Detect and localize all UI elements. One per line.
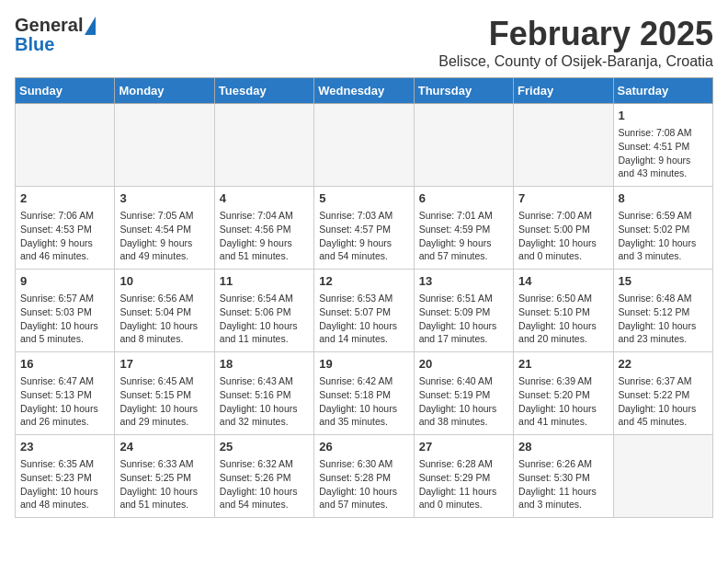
- day-number: 24: [119, 439, 209, 455]
- day-info: Sunrise: 7:06 AM Sunset: 4:53 PM Dayligh…: [20, 209, 109, 263]
- page-header: General Blue February 2025 Belisce, Coun…: [15, 15, 713, 70]
- calendar-cell: 2Sunrise: 7:06 AM Sunset: 4:53 PM Daylig…: [16, 187, 115, 270]
- calendar-cell: [514, 104, 613, 187]
- day-number: 11: [220, 273, 309, 290]
- calendar-week-row: 23Sunrise: 6:35 AM Sunset: 5:23 PM Dayli…: [16, 435, 713, 518]
- day-info: Sunrise: 6:51 AM Sunset: 5:09 PM Dayligh…: [419, 292, 508, 346]
- calendar-cell: 27Sunrise: 6:28 AM Sunset: 5:29 PM Dayli…: [414, 435, 513, 518]
- calendar-cell: 17Sunrise: 6:45 AM Sunset: 5:15 PM Dayli…: [115, 352, 214, 435]
- calendar-cell: 11Sunrise: 6:54 AM Sunset: 5:06 PM Dayli…: [214, 270, 313, 352]
- day-info: Sunrise: 6:50 AM Sunset: 5:10 PM Dayligh…: [518, 292, 608, 346]
- calendar-cell: 9Sunrise: 6:57 AM Sunset: 5:03 PM Daylig…: [16, 270, 115, 352]
- calendar-cell: 20Sunrise: 6:40 AM Sunset: 5:19 PM Dayli…: [414, 352, 513, 435]
- day-info: Sunrise: 7:08 AM Sunset: 4:51 PM Dayligh…: [619, 126, 708, 180]
- day-info: Sunrise: 6:40 AM Sunset: 5:19 PM Dayligh…: [419, 374, 508, 429]
- weekday-header: Friday: [514, 78, 613, 104]
- logo-blue-text: Blue: [15, 34, 54, 55]
- day-info: Sunrise: 6:45 AM Sunset: 5:15 PM Dayligh…: [119, 374, 209, 429]
- day-number: 4: [220, 190, 309, 207]
- day-number: 7: [518, 190, 608, 207]
- day-number: 21: [518, 356, 608, 373]
- calendar-cell: 24Sunrise: 6:33 AM Sunset: 5:25 PM Dayli…: [115, 435, 214, 518]
- calendar-cell: 23Sunrise: 6:35 AM Sunset: 5:23 PM Dayli…: [16, 435, 115, 518]
- day-number: 2: [20, 190, 109, 207]
- day-number: 15: [619, 273, 708, 290]
- calendar-cell: [115, 104, 214, 187]
- calendar-cell: 14Sunrise: 6:50 AM Sunset: 5:10 PM Dayli…: [514, 270, 613, 352]
- weekday-header: Saturday: [613, 78, 712, 104]
- logo-general-text: General: [15, 15, 83, 36]
- calendar-cell: 26Sunrise: 6:30 AM Sunset: 5:28 PM Dayli…: [314, 435, 414, 518]
- calendar-cell: 18Sunrise: 6:43 AM Sunset: 5:16 PM Dayli…: [214, 352, 313, 435]
- day-info: Sunrise: 6:53 AM Sunset: 5:07 PM Dayligh…: [319, 292, 408, 346]
- day-info: Sunrise: 6:56 AM Sunset: 5:04 PM Dayligh…: [119, 292, 209, 346]
- calendar-cell: 5Sunrise: 7:03 AM Sunset: 4:57 PM Daylig…: [314, 187, 414, 270]
- weekday-header: Tuesday: [214, 78, 313, 104]
- calendar-week-row: 1Sunrise: 7:08 AM Sunset: 4:51 PM Daylig…: [16, 104, 713, 187]
- day-info: Sunrise: 6:54 AM Sunset: 5:06 PM Dayligh…: [220, 292, 309, 346]
- calendar-cell: 16Sunrise: 6:47 AM Sunset: 5:13 PM Dayli…: [16, 352, 115, 435]
- day-number: 16: [20, 356, 109, 373]
- day-number: 19: [319, 356, 408, 373]
- day-number: 25: [220, 439, 309, 455]
- calendar-title: February 2025: [438, 15, 713, 53]
- day-number: 13: [419, 273, 508, 290]
- weekday-header: Wednesday: [314, 78, 414, 104]
- day-info: Sunrise: 6:57 AM Sunset: 5:03 PM Dayligh…: [20, 292, 109, 346]
- calendar-cell: 8Sunrise: 6:59 AM Sunset: 5:02 PM Daylig…: [613, 187, 712, 270]
- weekday-header: Monday: [115, 78, 214, 104]
- calendar-cell: 6Sunrise: 7:01 AM Sunset: 4:59 PM Daylig…: [414, 187, 513, 270]
- day-info: Sunrise: 7:00 AM Sunset: 5:00 PM Dayligh…: [518, 209, 608, 263]
- day-number: 20: [419, 356, 508, 373]
- day-number: 3: [119, 190, 209, 207]
- calendar-cell: 19Sunrise: 6:42 AM Sunset: 5:18 PM Dayli…: [314, 352, 414, 435]
- weekday-header: Sunday: [16, 78, 115, 104]
- day-number: 26: [319, 439, 408, 455]
- calendar-cell: 25Sunrise: 6:32 AM Sunset: 5:26 PM Dayli…: [214, 435, 313, 518]
- calendar-cell: 10Sunrise: 6:56 AM Sunset: 5:04 PM Dayli…: [115, 270, 214, 352]
- calendar-week-row: 16Sunrise: 6:47 AM Sunset: 5:13 PM Dayli…: [16, 352, 713, 435]
- day-info: Sunrise: 6:47 AM Sunset: 5:13 PM Dayligh…: [20, 374, 109, 429]
- calendar-cell: 15Sunrise: 6:48 AM Sunset: 5:12 PM Dayli…: [613, 270, 712, 352]
- day-number: 5: [319, 190, 408, 207]
- weekday-header: Thursday: [414, 78, 513, 104]
- calendar-cell: 4Sunrise: 7:04 AM Sunset: 4:56 PM Daylig…: [214, 187, 313, 270]
- title-block: February 2025 Belisce, County of Osijek-…: [438, 15, 713, 70]
- day-info: Sunrise: 7:04 AM Sunset: 4:56 PM Dayligh…: [220, 209, 309, 263]
- day-info: Sunrise: 6:33 AM Sunset: 5:25 PM Dayligh…: [119, 457, 209, 511]
- day-info: Sunrise: 6:32 AM Sunset: 5:26 PM Dayligh…: [220, 457, 309, 511]
- day-number: 14: [518, 273, 608, 290]
- calendar-subtitle: Belisce, County of Osijek-Baranja, Croat…: [438, 53, 713, 70]
- day-info: Sunrise: 7:05 AM Sunset: 4:54 PM Dayligh…: [119, 209, 209, 263]
- day-number: 22: [619, 356, 708, 373]
- calendar-cell: 3Sunrise: 7:05 AM Sunset: 4:54 PM Daylig…: [115, 187, 214, 270]
- logo: General Blue: [15, 15, 96, 55]
- day-number: 18: [220, 356, 309, 373]
- day-info: Sunrise: 6:39 AM Sunset: 5:20 PM Dayligh…: [518, 374, 608, 429]
- calendar-cell: 7Sunrise: 7:00 AM Sunset: 5:00 PM Daylig…: [514, 187, 613, 270]
- day-info: Sunrise: 6:30 AM Sunset: 5:28 PM Dayligh…: [319, 457, 408, 511]
- day-number: 27: [419, 439, 508, 455]
- day-info: Sunrise: 7:03 AM Sunset: 4:57 PM Dayligh…: [319, 209, 408, 263]
- day-number: 28: [518, 439, 608, 455]
- day-info: Sunrise: 7:01 AM Sunset: 4:59 PM Dayligh…: [419, 209, 508, 263]
- calendar-cell: 21Sunrise: 6:39 AM Sunset: 5:20 PM Dayli…: [514, 352, 613, 435]
- calendar-cell: 13Sunrise: 6:51 AM Sunset: 5:09 PM Dayli…: [414, 270, 513, 352]
- calendar-cell: [314, 104, 414, 187]
- calendar-cell: 22Sunrise: 6:37 AM Sunset: 5:22 PM Dayli…: [613, 352, 712, 435]
- day-info: Sunrise: 6:43 AM Sunset: 5:16 PM Dayligh…: [220, 374, 309, 429]
- calendar-cell: [414, 104, 513, 187]
- day-info: Sunrise: 6:28 AM Sunset: 5:29 PM Dayligh…: [419, 457, 508, 511]
- calendar-cell: [214, 104, 313, 187]
- day-info: Sunrise: 6:26 AM Sunset: 5:30 PM Dayligh…: [518, 457, 608, 511]
- day-number: 6: [419, 190, 508, 207]
- calendar-cell: 28Sunrise: 6:26 AM Sunset: 5:30 PM Dayli…: [514, 435, 613, 518]
- calendar-cell: 1Sunrise: 7:08 AM Sunset: 4:51 PM Daylig…: [613, 104, 712, 187]
- calendar-cell: [16, 104, 115, 187]
- day-number: 8: [619, 190, 708, 207]
- day-info: Sunrise: 6:42 AM Sunset: 5:18 PM Dayligh…: [319, 374, 408, 429]
- calendar-table: SundayMondayTuesdayWednesdayThursdayFrid…: [15, 77, 713, 518]
- day-info: Sunrise: 6:59 AM Sunset: 5:02 PM Dayligh…: [619, 209, 708, 263]
- calendar-header-row: SundayMondayTuesdayWednesdayThursdayFrid…: [16, 78, 713, 104]
- day-info: Sunrise: 6:37 AM Sunset: 5:22 PM Dayligh…: [619, 374, 708, 429]
